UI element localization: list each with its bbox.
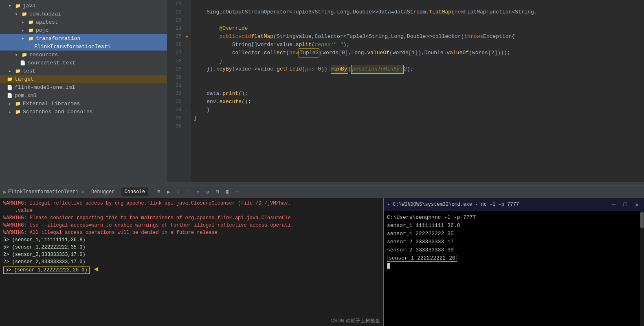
code-line-32: data.print();	[194, 90, 641, 98]
code-horizontal-scrollbar[interactable]	[167, 182, 644, 185]
code-line-22: SingleOutputStreamOperator<Tuple3<String…	[194, 8, 641, 16]
code-area[interactable]: 21 22 23 24 25 26 27 28 29 30 31 32 33 3…	[167, 0, 644, 182]
sidebar-item-label: Scratches and Consoles	[23, 109, 93, 115]
sidebar-item-label: FlinkTransformationTest1	[34, 44, 110, 50]
file-icon: 📄	[20, 59, 26, 66]
chevron-right-icon: ▸	[7, 68, 13, 74]
sidebar-item-label: pom.xml	[15, 93, 37, 99]
sidebar-item-external-libs[interactable]: ▸ 📁 External Libraries	[0, 99, 167, 108]
code-line-26: String[] words = value.split( regex: " "…	[194, 41, 641, 49]
cmd-window: ▪ C:\WINDOWS\system32\cmd.exe - nc -l -p…	[383, 198, 644, 326]
sidebar-item-comhaozai[interactable]: ▾ 📁 com.haozai	[0, 10, 167, 18]
toolbar-icon-up[interactable]: ↑	[184, 188, 192, 196]
console-line-10: 5> (sensor_1,222222222,20.0) ◄	[3, 266, 380, 274]
toolbar-icon-play[interactable]: ▶	[165, 188, 173, 196]
code-line-31	[194, 82, 641, 90]
folder-icon: 📁	[15, 108, 21, 115]
chevron-down-icon: ▾	[7, 2, 13, 9]
cmd-cursor-line: █	[387, 262, 637, 271]
folder-icon: 📁	[21, 51, 28, 58]
cmd-minimize-button[interactable]: —	[610, 200, 618, 209]
code-content[interactable]: SingleOutputStreamOperator<Tuple3<String…	[191, 0, 644, 182]
console-line-9: 2> (sensor_2,333333333,17.0)	[3, 258, 380, 266]
folder-icon: 📁	[7, 76, 13, 82]
code-line-27: collector.collect(new Tuple3(words[0], L…	[194, 49, 641, 57]
cmd-scrollbar-thumb	[640, 212, 644, 228]
top-area: ▾ 📁 java ▾ 📁 com.haozai ▸ 📁 apitest ▸ 📁 …	[0, 0, 644, 185]
java-file-icon: ☕	[26, 43, 33, 50]
folder-icon: 📁	[15, 68, 21, 74]
sidebar-item-label: pojo	[36, 27, 48, 33]
folder-icon: 📁	[28, 19, 34, 25]
debugger-label: Debugger	[91, 189, 115, 195]
sidebar: ▾ 📁 java ▾ 📁 com.haozai ▸ 📁 apitest ▸ 📁 …	[0, 0, 167, 185]
chevron-right-icon: ▸	[7, 100, 13, 107]
console-line-2: .value	[3, 207, 380, 214]
toolbar-icon-reload[interactable]: ↺	[204, 188, 212, 196]
line-numbers: 21 22 23 24 25 26 27 28 29 30 31 32 33 3…	[167, 0, 183, 182]
console-line-6: 5> (sensor_1,111111111,36.8)	[3, 236, 380, 244]
folder-icon: 📁	[15, 2, 21, 9]
sidebar-item-pomxml[interactable]: 📄 pom.xml	[0, 91, 167, 99]
bottom-panel: ▶ FlinkTransformationTest1 ✕ Debugger Co…	[0, 185, 644, 326]
sidebar-item-apitest[interactable]: ▸ 📁 apitest	[0, 18, 167, 26]
close-icon[interactable]: ✕	[82, 189, 85, 195]
console-output[interactable]: WARNING: Illegal reflective access by or…	[0, 198, 383, 326]
sidebar-item-transformation[interactable]: ▾ 📁 transformation	[0, 34, 167, 42]
cmd-content[interactable]: C:\Users\dengh>nc -l -p 7777 sensor_1 11…	[384, 211, 640, 326]
toolbar-icon-up2[interactable]: ⇑	[194, 188, 202, 196]
console-line-5: WARNING: All illegal access operations w…	[3, 229, 380, 236]
chevron-down-icon: ▾	[20, 35, 26, 42]
cmd-controls: — □ ✕	[610, 200, 641, 209]
cmd-line-6: sensor_1 222222222 20	[387, 254, 637, 262]
chevron-down-icon: ▾	[13, 11, 20, 17]
console-line-7: 5> (sensor_1,222222222,35.0)	[3, 244, 380, 251]
console-tab[interactable]: Console	[121, 187, 148, 196]
run-tab: ▶ FlinkTransformationTest1 ✕	[3, 189, 85, 195]
toolbar-icon-1[interactable]: ≡	[155, 188, 163, 196]
toolbar-icon-filter[interactable]: ⊟	[213, 188, 222, 196]
sidebar-item-resources[interactable]: ▾ 📁 resources	[0, 51, 167, 59]
folder-icon: 📁	[21, 11, 28, 17]
sidebar-item-label: flink-model-one.iml	[15, 84, 75, 90]
code-line-29: }).keyBy(value -> value.getField( pos: 0…	[194, 65, 641, 73]
cmd-restore-button[interactable]: □	[621, 200, 629, 209]
code-line-30	[194, 73, 641, 82]
cmd-close-button[interactable]: ✕	[633, 200, 641, 209]
console-area: WARNING: Illegal reflective access by or…	[0, 198, 644, 326]
run-icon: ▶	[3, 189, 7, 195]
chevron-right-icon: ▸	[7, 108, 13, 115]
folder-icon: 📁	[15, 100, 21, 107]
code-line-34: }	[194, 106, 641, 114]
cmd-line-1: C:\Users\dengh>nc -l -p 7777	[387, 214, 637, 222]
code-line-25: public void flatMap(String value, Collec…	[194, 33, 641, 41]
bottom-tabs: ▶ FlinkTransformationTest1 ✕ Debugger Co…	[0, 186, 644, 198]
code-line-33: env.execute();	[194, 98, 641, 106]
sidebar-item-iml[interactable]: 📄 flink-model-one.iml	[0, 83, 167, 91]
sidebar-item-label: sourcetest.text	[28, 60, 75, 66]
cmd-line-2: sensor_1 111111111 36.8	[387, 222, 637, 230]
sidebar-item-sourcetest[interactable]: 📄 sourcetest.text	[0, 59, 167, 67]
console-line-8: 2> (sensor_2,333333333,17.0)	[3, 251, 380, 258]
code-line-23	[194, 16, 641, 24]
toolbar-icon-more[interactable]: ⋯	[233, 188, 241, 196]
sidebar-item-flinktransformationtest1[interactable]: ☕ FlinkTransformationTest1	[0, 42, 167, 51]
cmd-highlighted-line: sensor_1 222222222 20	[387, 255, 457, 262]
sidebar-item-pojo[interactable]: ▸ 📁 pojo	[0, 26, 167, 34]
debugger-tab[interactable]: Debugger	[88, 187, 118, 196]
toolbar-icon-wrap[interactable]: ≣	[223, 188, 231, 196]
chevron-right-icon: ▸	[20, 27, 26, 33]
code-line-21	[194, 0, 641, 8]
console-label: Console	[125, 189, 145, 195]
sidebar-item-target[interactable]: 📁 target	[0, 75, 167, 83]
sidebar-item-test[interactable]: ▸ 📁 test	[0, 67, 167, 75]
console-line-1: WARNING: Illegal reflective access by or…	[3, 200, 380, 207]
cmd-icon: ▪	[387, 201, 390, 208]
sidebar-item-java[interactable]: ▾ 📁 java	[0, 2, 167, 10]
toolbar-icon-down[interactable]: ↓	[174, 188, 182, 196]
file-icon: 📄	[7, 92, 13, 99]
sidebar-item-scratches[interactable]: ▸ 📁 Scratches and Consoles	[0, 108, 167, 116]
cmd-scrollbar[interactable]	[640, 211, 644, 326]
cmd-title-text: C:\WINDOWS\system32\cmd.exe - nc -l -p 7…	[393, 202, 519, 207]
sidebar-item-label: java	[23, 3, 35, 9]
